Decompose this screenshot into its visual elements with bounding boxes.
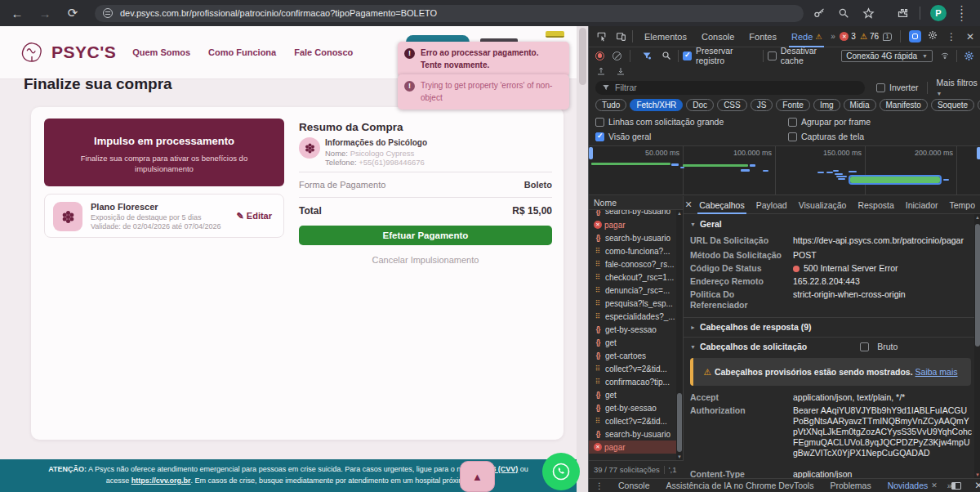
export-har-icon[interactable] [613,64,628,78]
detail-tab-resposta[interactable]: Resposta [852,196,899,214]
filter-funnel-icon[interactable] [639,48,654,63]
warning-counter[interactable]: ⚠76 [860,32,879,41]
request-row[interactable]: ⠿collect?v=2&tid... [589,414,676,427]
pay-button[interactable]: Efetuar Pagamento [299,226,552,245]
request-row[interactable]: {}search-by-usuario [589,210,676,218]
filter-chip-js[interactable]: JS [751,99,773,111]
screenshots-checkbox[interactable] [788,132,797,141]
request-row[interactable]: ⠿denuncia?_rsc=... [589,284,676,297]
request-row[interactable]: {}get [589,388,676,401]
filter-chip-doc[interactable]: Doc [686,99,714,111]
error-counter[interactable]: ✕3 [840,32,856,41]
network-overview-timeline[interactable]: 50.000 ms100.000 ms150.000 ms200.000 ms [589,145,980,195]
request-row[interactable]: ⠿pesquisa?ls_esp... [589,297,676,310]
toast-error-payment[interactable]: ! Erro ao processar pagamento. Tente nov… [398,42,569,77]
network-conditions-icon[interactable] [938,48,952,63]
filter-chip-css[interactable]: CSS [717,99,747,111]
nav-link[interactable]: Quem Somos [132,47,190,57]
forward-button[interactable]: → [34,2,56,24]
nav-link[interactable]: Fale Conosco [294,47,353,57]
filter-chip-fonte[interactable]: Fonte [776,99,810,111]
detail-tab-iniciador[interactable]: Iniciador [900,196,944,214]
request-row[interactable]: ⠿collect?v=2&tid... [589,362,676,375]
filter-chip-tudo[interactable]: Tudo [595,99,626,111]
request-row[interactable]: ✕pagar [589,441,676,454]
more-tabs-icon[interactable]: » [831,32,835,41]
devtools-settings-gear-icon[interactable] [925,30,940,42]
scroll-down-icon[interactable]: ▼ [974,472,980,478]
general-section-header[interactable]: ▼Geral [684,217,974,230]
filter-chip-fetch-xhr[interactable]: Fetch/XHR [630,99,683,111]
devtools-tab-rede[interactable]: Rede⚠ [784,26,829,47]
request-row[interactable]: {}search-by-usuario [589,427,676,441]
detail-tab-payload[interactable]: Payload [751,196,793,214]
scroll-down-icon[interactable]: ▼ [676,454,683,460]
scrollbar-thumb[interactable] [975,224,980,347]
detail-tab-tempo[interactable]: Tempo [943,196,980,214]
brand[interactable]: PSYC'S [18,38,116,66]
drawer-tab-assist-ncia-de-ia-no-chrome-devtools[interactable]: Assistência de IA no Chrome DevTools [658,481,822,490]
scroll-up-icon[interactable]: ▲ [974,214,980,221]
reload-button[interactable]: ⟳ [62,2,83,24]
request-row[interactable]: ⠿checkout?_rsc=1... [589,271,676,284]
drawer-tab-problemas[interactable]: Problemas [822,481,879,490]
request-row[interactable]: {}get [589,336,676,349]
record-network-icon[interactable] [595,51,604,60]
request-headers-section[interactable]: ▼Cabeçalhos de solicitação Bruto [684,340,974,353]
nav-link[interactable]: Como Funciona [208,47,276,57]
profile-avatar[interactable]: P [930,5,947,21]
password-key-icon[interactable] [810,4,828,22]
request-row[interactable]: ⠿confirmacao?tip... [589,375,676,388]
request-row[interactable]: ✕pagar [589,218,676,231]
close-detail-icon[interactable]: ✕ [684,199,693,210]
devtools-tab-console[interactable]: Console [694,26,742,47]
drawer-menu-icon[interactable]: ⋮ [595,481,604,490]
timeline-handle-left[interactable] [589,147,593,159]
filter-input[interactable]: Filtrar [595,81,865,95]
timeline-handle-right[interactable] [977,147,980,159]
issues-counter[interactable]: 1 [883,33,892,41]
request-row[interactable]: {}get-by-sessao [589,401,676,414]
address-bar[interactable]: dev.psycs.com.br/profissional/patrocinio… [95,5,804,22]
request-row[interactable]: {}search-by-usuario [589,231,676,244]
filter-chip-soquete[interactable]: Soquete [931,99,974,111]
drawer-tab-novidades[interactable]: Novidades✕ [880,481,946,490]
device-toolbar-icon[interactable] [613,29,628,44]
filter-chip-midia[interactable]: Midia [844,99,876,111]
devtools-close-icon[interactable]: ✕ [963,31,978,42]
cancel-boost-link[interactable]: Cancelar Impulsionamento [299,255,552,265]
request-row[interactable]: ⠿especialidades?_... [589,310,676,323]
page-scrollbar[interactable] [577,26,588,492]
clear-network-icon[interactable] [612,51,621,60]
request-row[interactable]: ⠿como-funciona?... [589,244,676,257]
request-list-scrollbar[interactable]: ▲ ▼ [676,210,683,460]
dock-side-icon[interactable] [951,482,961,490]
devtools-tab-elementos[interactable]: Elementos [637,26,694,47]
debug-extension-icon[interactable] [909,30,921,42]
search-icon[interactable] [835,4,853,22]
request-row[interactable]: ⠿fale-conosco?_rs... [589,257,676,271]
big-rows-checkbox[interactable] [595,118,604,127]
overview-checkbox[interactable] [595,132,604,141]
whatsapp-button[interactable] [542,453,580,490]
filter-chip-img[interactable]: Img [813,99,840,111]
request-list-header[interactable]: Nome [589,196,683,210]
back-button[interactable]: ← [7,2,28,24]
devtools-tab-fontes[interactable]: Fontes [742,26,784,47]
detail-tab-visualização[interactable]: Visualização [793,196,853,214]
throttling-select[interactable]: Conexão 4G rápida▼ [841,50,933,62]
more-filters-button[interactable]: Mais filtros ▼ [937,78,980,97]
scrollbar-thumb[interactable] [677,393,682,452]
search-network-icon[interactable] [659,48,674,63]
import-har-icon[interactable] [594,64,608,78]
detail-scrollbar[interactable]: ▲ ▼ [974,214,980,478]
filter-chip-manifesto[interactable]: Manifesto [880,99,928,111]
drawer-close-icon[interactable]: ✕ [971,480,980,491]
learn-more-link[interactable]: Saiba mais [915,367,958,377]
request-row[interactable]: {}get-cartoes [589,349,676,362]
bookmark-star-icon[interactable] [859,4,877,22]
invert-checkbox[interactable] [876,83,885,92]
disable-cache-checkbox[interactable] [768,51,777,60]
cvv-site-link[interactable]: https://cvv.org.br [131,476,191,485]
request-row[interactable]: {}get-by-sessao [589,323,676,336]
